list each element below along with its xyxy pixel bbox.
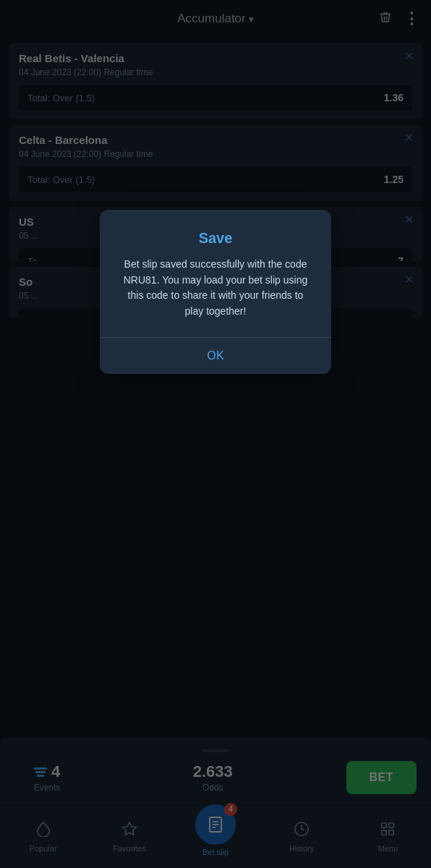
modal-ok-button[interactable]: OK <box>117 338 314 374</box>
save-success-modal: Save Bet slip saved successfully with th… <box>100 210 331 374</box>
modal-title: Save <box>117 230 314 247</box>
modal-body: Bet slip saved successfully with the cod… <box>117 257 314 320</box>
modal-overlay <box>0 0 431 868</box>
